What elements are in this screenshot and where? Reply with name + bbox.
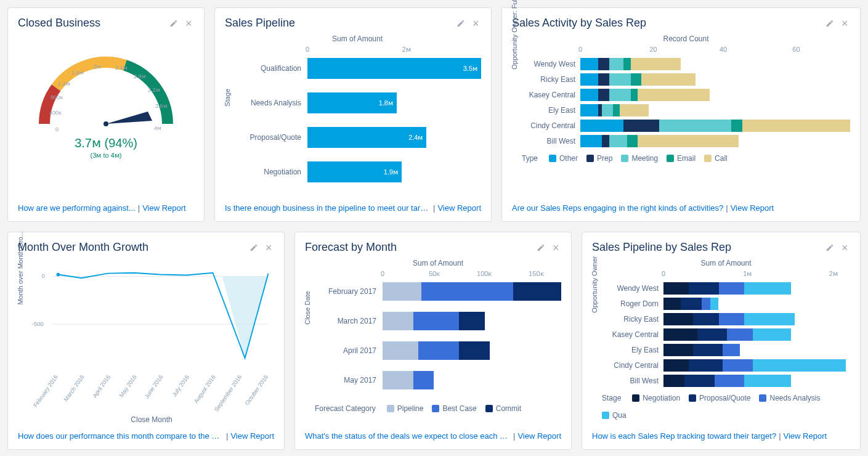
bar-segment[interactable] bbox=[413, 371, 434, 389]
view-report-link[interactable]: View Report bbox=[731, 203, 774, 213]
bar-segment[interactable] bbox=[663, 313, 693, 325]
close-icon[interactable]: × bbox=[842, 243, 850, 252]
bar-segment[interactable] bbox=[459, 312, 484, 330]
bar-segment[interactable] bbox=[684, 375, 714, 387]
bar-segment[interactable] bbox=[659, 120, 731, 132]
legend-item[interactable]: Other bbox=[549, 154, 578, 163]
bar-segment[interactable] bbox=[580, 73, 598, 86]
bar-segment[interactable] bbox=[638, 135, 739, 147]
bar-segment[interactable] bbox=[609, 135, 627, 147]
close-icon[interactable]: × bbox=[185, 19, 194, 28]
view-report-link[interactable]: View Report bbox=[437, 203, 481, 213]
card-description[interactable]: Is there enough business in the pipeline… bbox=[225, 203, 431, 213]
edit-icon[interactable] bbox=[456, 19, 465, 28]
bar-segment[interactable] bbox=[418, 341, 459, 360]
bar-segment[interactable] bbox=[602, 135, 609, 147]
view-report-link[interactable]: View Report bbox=[784, 431, 827, 441]
bar-segment[interactable] bbox=[602, 104, 613, 116]
bar-segment[interactable] bbox=[719, 313, 744, 325]
bar-segment[interactable] bbox=[689, 282, 718, 295]
bar-segment[interactable] bbox=[580, 120, 623, 132]
bar-segment[interactable] bbox=[631, 58, 681, 70]
bar-segment[interactable] bbox=[383, 312, 413, 330]
bar-segment[interactable] bbox=[598, 89, 609, 101]
bar-segment[interactable] bbox=[641, 73, 696, 86]
bar-segment[interactable] bbox=[731, 120, 742, 132]
bar-segment[interactable] bbox=[723, 344, 740, 356]
bar-segment[interactable] bbox=[697, 328, 727, 341]
bar-segment[interactable] bbox=[598, 73, 609, 86]
bar-segment[interactable] bbox=[620, 104, 649, 116]
bar-segment[interactable] bbox=[638, 89, 710, 101]
card-description[interactable]: How are we performing against... bbox=[18, 203, 136, 213]
bar-segment[interactable] bbox=[663, 328, 697, 341]
bar-segment[interactable] bbox=[631, 73, 642, 86]
legend-item[interactable]: Best Case bbox=[432, 404, 476, 413]
bar-segment[interactable] bbox=[513, 282, 561, 301]
bar-segment[interactable] bbox=[609, 58, 623, 70]
edit-icon[interactable] bbox=[249, 243, 258, 252]
bar-segment[interactable] bbox=[383, 371, 413, 389]
legend-item[interactable]: Meeting bbox=[621, 154, 658, 163]
bar-segment[interactable] bbox=[710, 298, 719, 310]
bar-segment[interactable] bbox=[693, 313, 718, 325]
bar-segment[interactable] bbox=[413, 312, 460, 330]
bar-segment[interactable] bbox=[663, 344, 693, 356]
bar-segment[interactable] bbox=[623, 120, 659, 132]
bar-segment[interactable]: 1.9ᴍ bbox=[307, 161, 402, 182]
bar-segment[interactable] bbox=[663, 282, 689, 295]
edit-icon[interactable] bbox=[537, 243, 545, 252]
close-icon[interactable]: × bbox=[473, 19, 481, 28]
bar-segment[interactable] bbox=[742, 120, 850, 132]
edit-icon[interactable] bbox=[169, 19, 178, 28]
bar-segment[interactable] bbox=[663, 375, 684, 387]
card-description[interactable]: Are our Sales Reps engaging in the right… bbox=[512, 203, 723, 213]
bar-segment[interactable] bbox=[715, 375, 744, 387]
bar-segment[interactable] bbox=[631, 89, 638, 101]
close-icon[interactable]: × bbox=[842, 19, 850, 28]
card-description[interactable]: How does our performance this month comp… bbox=[18, 431, 224, 441]
legend-item[interactable]: Pipeline bbox=[387, 404, 424, 413]
bar-segment[interactable] bbox=[753, 359, 846, 372]
bar-segment[interactable] bbox=[383, 341, 418, 360]
bar-segment[interactable] bbox=[681, 298, 702, 310]
bar-segment[interactable] bbox=[753, 328, 791, 341]
bar-segment[interactable] bbox=[609, 73, 631, 86]
bar-segment[interactable] bbox=[613, 104, 620, 116]
legend-item[interactable]: Prep bbox=[586, 154, 612, 163]
bar-segment[interactable] bbox=[459, 341, 490, 360]
legend-item[interactable]: Call bbox=[704, 154, 728, 163]
bar-segment[interactable] bbox=[727, 328, 752, 341]
bar-segment[interactable] bbox=[744, 375, 791, 387]
bar-segment[interactable]: 1.8ᴍ bbox=[307, 92, 397, 113]
bar-segment[interactable] bbox=[421, 282, 513, 301]
bar-segment[interactable] bbox=[627, 135, 638, 147]
bar-segment[interactable] bbox=[580, 58, 598, 70]
view-report-link[interactable]: View Report bbox=[230, 431, 274, 441]
bar-segment[interactable] bbox=[609, 89, 631, 101]
legend-item[interactable]: Email bbox=[667, 154, 696, 163]
bar-segment[interactable]: 3.5ᴍ bbox=[307, 58, 481, 79]
card-description[interactable]: What's the status of the deals we expect… bbox=[305, 431, 511, 441]
bar-segment[interactable] bbox=[383, 282, 421, 301]
bar-segment[interactable] bbox=[580, 135, 602, 147]
bar-segment[interactable] bbox=[598, 58, 609, 70]
view-report-link[interactable]: View Report bbox=[142, 203, 186, 213]
close-icon[interactable]: × bbox=[266, 243, 274, 252]
bar-segment[interactable] bbox=[663, 298, 681, 310]
bar-segment[interactable] bbox=[689, 359, 723, 372]
close-icon[interactable]: × bbox=[553, 243, 561, 252]
bar-segment[interactable] bbox=[744, 282, 791, 295]
edit-icon[interactable] bbox=[825, 243, 834, 252]
bar-segment[interactable]: 2.4ᴍ bbox=[307, 127, 426, 148]
legend-item[interactable]: Needs Analysis bbox=[759, 394, 820, 402]
bar-segment[interactable] bbox=[719, 282, 744, 295]
legend-item[interactable]: Commit bbox=[485, 404, 521, 413]
card-description[interactable]: How is each Sales Rep tracking toward th… bbox=[592, 431, 776, 441]
bar-segment[interactable] bbox=[580, 104, 598, 116]
bar-segment[interactable] bbox=[693, 344, 723, 356]
bar-segment[interactable] bbox=[702, 298, 710, 310]
bar-segment[interactable] bbox=[723, 359, 752, 372]
legend-item[interactable]: Qua bbox=[602, 411, 627, 420]
edit-icon[interactable] bbox=[825, 19, 834, 28]
